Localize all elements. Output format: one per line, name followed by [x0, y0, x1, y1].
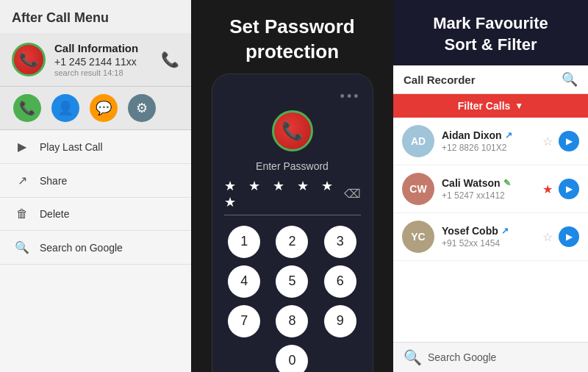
- mark-favourite-panel: Mark Favourite Sort & Filter Call Record…: [393, 0, 588, 372]
- panel3-favourite: Favourite: [471, 14, 548, 32]
- settings-action-icon: ⚙: [136, 100, 148, 116]
- menu-item-play-label: Play Last Call: [40, 141, 103, 153]
- action-settings-button[interactable]: ⚙: [128, 94, 156, 122]
- share-icon: ↗: [15, 174, 29, 187]
- panel3-header: Mark Favourite Sort & Filter: [393, 0, 588, 65]
- numpad-7[interactable]: 7: [228, 305, 260, 337]
- backspace-button[interactable]: ⌫: [344, 187, 361, 201]
- action-message-button[interactable]: 💬: [90, 94, 118, 122]
- panel2-title: Set Password protection: [229, 15, 355, 65]
- play-icon: ▶: [15, 140, 29, 154]
- phone-top-dots: •••: [340, 89, 361, 104]
- contact-info-aidan: Aidan Dixon ↗ +12 8826 101X2: [442, 129, 535, 153]
- menu-item-delete-label: Delete: [40, 208, 69, 220]
- contact-item-yosef[interactable]: YC Yosef Cobb ↗ +91 52xx 1454 ☆ ▶: [393, 213, 588, 261]
- search-google-bar[interactable]: 🔍 Search Google: [393, 342, 588, 372]
- call-info-sub: search result 14:18: [54, 68, 152, 77]
- password-phone-mockup: ••• 📞 Enter Password ★ ★ ★ ★ ★ ★ ⌫ 1 2 3…: [212, 74, 373, 372]
- panel2-header: Set Password protection: [215, 0, 370, 74]
- numpad-5[interactable]: 5: [276, 265, 308, 298]
- contact-name-cali: Cali Watson ✎: [442, 177, 535, 189]
- set-password-panel: Set Password protection ••• 📞 Enter Pass…: [191, 0, 393, 372]
- contact-action-icon: 👤: [57, 100, 74, 116]
- star-icon-yosef[interactable]: ☆: [542, 230, 553, 244]
- contact-item-aidan[interactable]: AD Aidan Dixon ↗ +12 8826 101X2 ☆ ▶: [393, 118, 588, 165]
- call-recorder-bar: Call Recorder 🔍: [393, 65, 588, 94]
- search-google-icon: 🔍: [404, 348, 422, 366]
- contact-info-yosef: Yosef Cobb ↗ +91 52xx 1454: [442, 225, 535, 248]
- edit-icon-cali: ✎: [503, 178, 511, 188]
- contact-number-aidan: +12 8826 101X2: [442, 143, 535, 153]
- call-info-number: +1 245 2144 11xx: [54, 56, 152, 68]
- after-call-menu-panel: After Call Menu 📞 Call Information +1 24…: [0, 0, 191, 372]
- action-call-button[interactable]: 📞: [13, 94, 41, 122]
- contact-actions-cali: ★ ▶: [542, 179, 579, 199]
- password-dots: ★ ★ ★ ★ ★ ★: [224, 178, 340, 210]
- menu-item-share-label: Share: [40, 175, 67, 187]
- search-google-label: Search Google: [428, 351, 496, 363]
- numpad-0[interactable]: 0: [276, 345, 308, 372]
- action-icons-row: 📞 👤 💬 ⚙: [0, 87, 191, 130]
- play-button-cali[interactable]: ▶: [559, 179, 579, 199]
- contact-number-yosef: +91 52xx 1454: [442, 238, 535, 248]
- contact-avatar-aidan: AD: [402, 125, 434, 157]
- enter-password-label: Enter Password: [256, 160, 329, 172]
- menu-item-search[interactable]: 🔍 Search on Google: [0, 231, 191, 265]
- panel3-sort-filter: Sort & Filter: [445, 35, 537, 54]
- filter-calls-label: Filter Calls: [458, 100, 511, 112]
- menu-item-search-label: Search on Google: [40, 242, 123, 254]
- menu-item-share[interactable]: ↗ Share: [0, 164, 191, 198]
- menu-items-list: ▶ Play Last Call ↗ Share 🗑 Delete 🔍 Sear…: [0, 130, 191, 372]
- phone-icon: 📞: [18, 49, 40, 70]
- contact-avatar-yosef: YC: [402, 221, 434, 253]
- panel1-content: After Call Menu 📞 Call Information +1 24…: [0, 0, 191, 372]
- password-input-row: ★ ★ ★ ★ ★ ★ ⌫: [224, 178, 361, 215]
- search-google-panel1-icon: 🔍: [15, 240, 29, 254]
- action-contact-button[interactable]: 👤: [51, 94, 79, 122]
- contact-number-cali: +1 5247 xx1412: [442, 190, 535, 201]
- contact-name-yosef: Yosef Cobb ↗: [442, 225, 535, 237]
- outgoing-icon-aidan: ↗: [505, 130, 512, 140]
- star-icon-aidan[interactable]: ☆: [542, 135, 553, 149]
- numpad-1[interactable]: 1: [228, 226, 260, 258]
- panel2-title-line2: protection: [245, 40, 339, 62]
- contact-actions-aidan: ☆ ▶: [542, 131, 579, 151]
- message-action-icon: 💬: [96, 100, 112, 116]
- password-logo-icon: 📞: [282, 121, 304, 141]
- contact-item-cali[interactable]: CW Cali Watson ✎ +1 5247 xx1412 ★ ▶: [393, 165, 588, 213]
- play-button-aidan[interactable]: ▶: [559, 131, 579, 151]
- panel3-mark: Mark: [433, 14, 470, 32]
- call-phone-action-icon[interactable]: 📞: [161, 51, 179, 68]
- numpad: 1 2 3 4 5 6 7 8 9 0: [224, 226, 361, 372]
- outgoing-icon-yosef: ↗: [501, 226, 509, 236]
- call-info-card: 📞 Call Information +1 245 2144 11xx sear…: [0, 33, 191, 87]
- filter-chevron-icon: ▼: [514, 101, 523, 111]
- menu-item-delete[interactable]: 🗑 Delete: [0, 198, 191, 231]
- delete-icon: 🗑: [15, 207, 29, 221]
- numpad-8[interactable]: 8: [276, 305, 308, 337]
- numpad-2[interactable]: 2: [276, 226, 308, 258]
- star-icon-cali[interactable]: ★: [542, 182, 553, 196]
- panel3-title: Mark Favourite Sort & Filter: [404, 13, 578, 55]
- contact-list: AD Aidan Dixon ↗ +12 8826 101X2 ☆ ▶ CW C…: [393, 118, 588, 342]
- contact-actions-yosef: ☆ ▶: [542, 226, 579, 247]
- numpad-6[interactable]: 6: [324, 265, 356, 298]
- numpad-9[interactable]: 9: [324, 305, 356, 337]
- call-icon: 📞: [12, 43, 46, 76]
- play-button-yosef[interactable]: ▶: [559, 226, 579, 247]
- numpad-4[interactable]: 4: [228, 265, 260, 298]
- contact-avatar-cali: CW: [402, 173, 434, 205]
- panel1-title: After Call Menu: [0, 0, 191, 33]
- contact-info-cali: Cali Watson ✎ +1 5247 xx1412: [442, 177, 535, 201]
- menu-item-play[interactable]: ▶ Play Last Call: [0, 130, 191, 164]
- call-info-name: Call Information: [54, 42, 152, 54]
- call-info-text: Call Information +1 245 2144 11xx search…: [54, 42, 152, 77]
- panel2-title-line1: Set Password: [229, 15, 355, 37]
- password-logo-circle: 📞: [272, 110, 313, 151]
- contact-name-aidan: Aidan Dixon ↗: [442, 129, 535, 141]
- filter-calls-bar[interactable]: Filter Calls ▼: [393, 94, 588, 118]
- search-icon-button[interactable]: 🔍: [562, 71, 578, 87]
- numpad-3[interactable]: 3: [324, 226, 356, 258]
- call-recorder-label: Call Recorder: [404, 74, 476, 86]
- call-action-icon: 📞: [19, 100, 35, 116]
